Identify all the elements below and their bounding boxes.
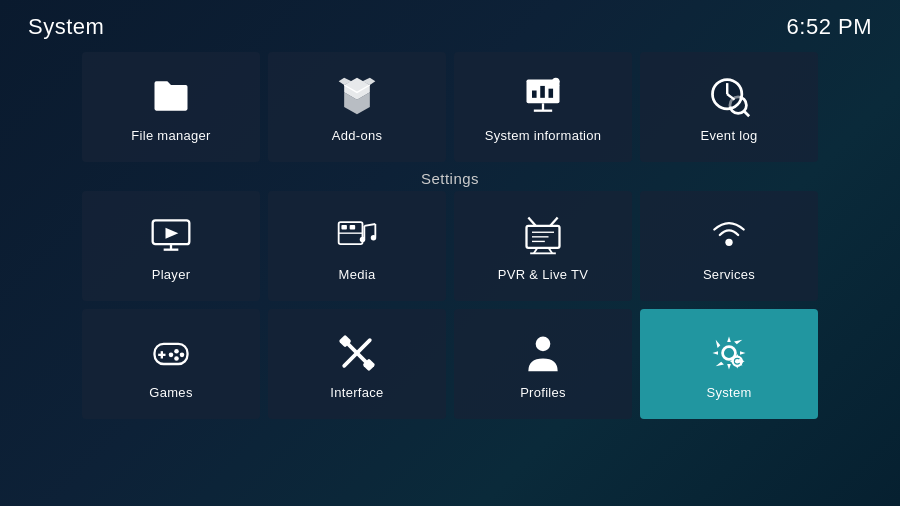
tile-system-information[interactable]: System information [454, 52, 632, 162]
svg-point-42 [180, 352, 185, 357]
tile-system[interactable]: System [640, 309, 818, 419]
svg-point-6 [552, 77, 559, 84]
event-log-icon [705, 72, 753, 120]
player-icon [147, 211, 195, 259]
svg-point-49 [536, 336, 551, 351]
tile-pvr-live-tv[interactable]: PVR & Live TV [454, 191, 632, 301]
header: System 6:52 PM [0, 0, 900, 48]
tile-pvr-live-tv-label: PVR & Live TV [498, 267, 588, 282]
media-icon [333, 211, 381, 259]
svg-rect-20 [341, 224, 347, 229]
tile-event-log[interactable]: Event log [640, 52, 818, 162]
tile-games[interactable]: Games [82, 309, 260, 419]
tile-interface-label: Interface [330, 385, 383, 400]
tile-profiles-label: Profiles [520, 385, 566, 400]
system-information-icon [519, 72, 567, 120]
clock: 6:52 PM [787, 14, 872, 40]
svg-line-29 [528, 217, 535, 225]
tile-services[interactable]: Services [640, 191, 818, 301]
svg-rect-5 [549, 88, 554, 97]
pvr-live-tv-icon [519, 211, 567, 259]
tile-player-label: Player [152, 267, 191, 282]
tile-file-manager[interactable]: File manager [82, 52, 260, 162]
svg-rect-3 [532, 90, 537, 97]
svg-rect-4 [540, 85, 545, 97]
tile-event-log-label: Event log [701, 128, 758, 143]
tile-system-information-label: System information [485, 128, 602, 143]
system-icon [705, 329, 753, 377]
settings-row-1: Player Media [0, 191, 900, 301]
top-row: File manager Add-ons [0, 48, 900, 162]
tile-add-ons-label: Add-ons [332, 128, 383, 143]
svg-point-37 [725, 238, 732, 245]
svg-point-44 [169, 352, 174, 357]
svg-line-11 [744, 110, 750, 116]
tile-file-manager-label: File manager [131, 128, 210, 143]
tile-interface[interactable]: Interface [268, 309, 446, 419]
settings-row-2: Games Interface Profiles [0, 309, 900, 419]
file-manager-icon [147, 72, 195, 120]
tile-media-label: Media [339, 267, 376, 282]
svg-point-52 [735, 358, 740, 363]
tile-profiles[interactable]: Profiles [454, 309, 632, 419]
add-ons-icon [333, 72, 381, 120]
svg-line-30 [550, 217, 557, 225]
services-icon [705, 211, 753, 259]
tile-player[interactable]: Player [82, 191, 260, 301]
svg-point-26 [360, 236, 366, 242]
profiles-icon [519, 329, 567, 377]
page-title: System [28, 14, 104, 40]
games-icon [147, 329, 195, 377]
svg-line-23 [364, 224, 375, 226]
tile-media[interactable]: Media [268, 191, 446, 301]
svg-rect-21 [350, 224, 356, 229]
interface-icon [333, 329, 381, 377]
svg-marker-16 [166, 227, 179, 238]
svg-point-43 [174, 356, 179, 361]
tile-add-ons[interactable]: Add-ons [268, 52, 446, 162]
settings-section-label: Settings [0, 170, 900, 187]
svg-point-41 [174, 348, 179, 353]
tile-games-label: Games [149, 385, 192, 400]
tile-system-label: System [706, 385, 751, 400]
tile-services-label: Services [703, 267, 755, 282]
svg-point-27 [371, 235, 377, 241]
